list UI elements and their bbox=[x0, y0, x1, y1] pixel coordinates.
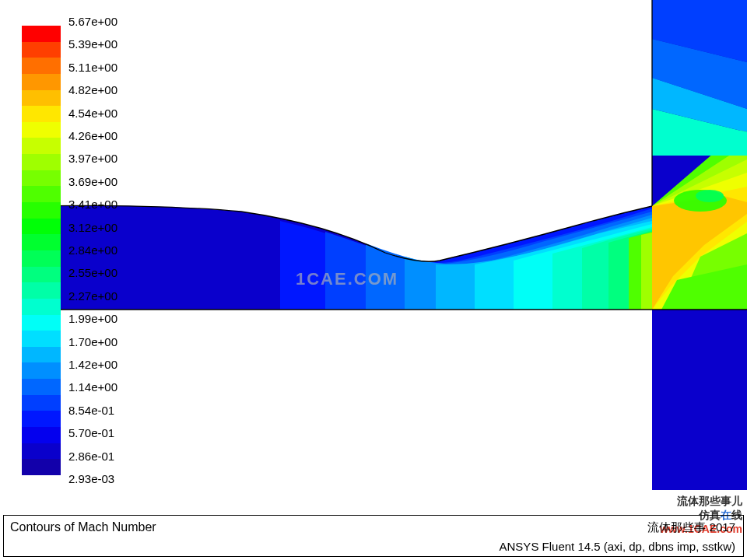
color-swatch bbox=[22, 90, 61, 107]
svg-point-1 bbox=[674, 190, 727, 212]
svg-rect-0 bbox=[652, 0, 747, 490]
plot-title: Contours of Mach Number bbox=[10, 520, 156, 534]
legend-tick: 5.70e-01 bbox=[68, 426, 114, 439]
color-swatch bbox=[22, 379, 61, 395]
svg-point-2 bbox=[696, 190, 724, 202]
legend-tick: 3.12e+00 bbox=[68, 221, 117, 234]
legend-tick: 3.97e+00 bbox=[68, 152, 117, 165]
legend-tick: 2.93e-03 bbox=[68, 472, 114, 485]
legend-tick: 1.14e+00 bbox=[68, 380, 117, 394]
legend-tick: 2.27e+00 bbox=[68, 289, 117, 303]
color-swatch bbox=[22, 202, 61, 219]
color-swatch bbox=[22, 299, 61, 315]
legend-tick: 5.39e+00 bbox=[68, 37, 117, 51]
legend-tick: 8.54e-01 bbox=[68, 404, 114, 417]
color-bar bbox=[22, 26, 61, 475]
color-swatch bbox=[22, 362, 61, 379]
legend-tick: 1.42e+00 bbox=[68, 358, 117, 371]
legend-tick: 1.70e+00 bbox=[68, 335, 117, 348]
color-swatch bbox=[22, 186, 61, 202]
watermark-right-1: 流体那些事儿 bbox=[677, 495, 742, 509]
color-swatch bbox=[22, 74, 61, 90]
color-bar-labels: 5.67e+005.39e+005.11e+004.82e+004.54e+00… bbox=[68, 22, 162, 479]
color-swatch bbox=[22, 154, 61, 170]
legend-tick: 4.82e+00 bbox=[68, 83, 117, 96]
color-swatch bbox=[22, 315, 61, 331]
color-swatch bbox=[22, 411, 61, 427]
legend-tick: 1.99e+00 bbox=[68, 312, 117, 325]
legend-tick: 3.41e+00 bbox=[68, 198, 117, 211]
legend-tick: 2.55e+00 bbox=[68, 266, 117, 279]
legend-tick: 4.26e+00 bbox=[68, 129, 117, 142]
legend-tick: 2.86e-01 bbox=[68, 450, 114, 463]
color-swatch bbox=[22, 219, 61, 235]
plot-date: 流体那些事 2017 bbox=[647, 520, 735, 535]
color-swatch bbox=[22, 459, 61, 475]
color-swatch bbox=[22, 250, 61, 267]
color-swatch bbox=[22, 267, 61, 283]
legend-tick: 5.11e+00 bbox=[68, 61, 117, 74]
watermark-center: 1CAE.COM bbox=[296, 269, 398, 289]
color-swatch bbox=[22, 443, 61, 460]
color-swatch bbox=[22, 234, 61, 250]
color-swatch bbox=[22, 347, 61, 363]
color-swatch bbox=[22, 282, 61, 299]
legend-tick: 4.54e+00 bbox=[68, 107, 117, 120]
color-swatch bbox=[22, 122, 61, 138]
color-swatch bbox=[22, 42, 61, 58]
legend-tick: 3.69e+00 bbox=[68, 175, 117, 188]
color-swatch bbox=[22, 395, 61, 411]
solver-line: ANSYS Fluent 14.5 (axi, dp, dbns imp, ss… bbox=[500, 540, 735, 553]
color-swatch bbox=[22, 331, 61, 347]
footer-box: Contours of Mach Number 流体那些事 2017 ANSYS… bbox=[3, 515, 744, 557]
legend-tick: 2.84e+00 bbox=[68, 243, 117, 257]
color-swatch bbox=[22, 58, 61, 74]
legend-tick: 5.67e+00 bbox=[68, 15, 117, 28]
color-swatch bbox=[22, 170, 61, 187]
color-swatch bbox=[22, 26, 61, 42]
color-swatch bbox=[22, 106, 61, 122]
color-swatch bbox=[22, 138, 61, 154]
color-swatch bbox=[22, 427, 61, 443]
